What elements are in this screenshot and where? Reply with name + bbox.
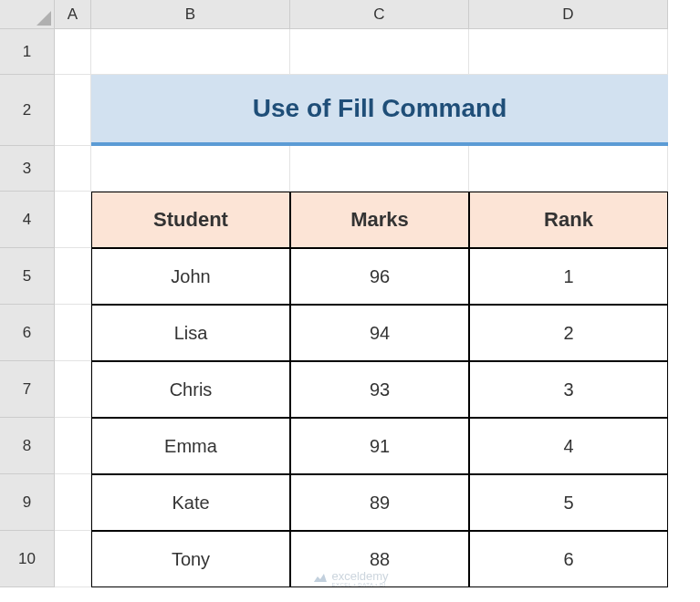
row-header-9[interactable]: 9 xyxy=(0,474,55,531)
col-header-A[interactable]: A xyxy=(55,0,91,29)
svg-marker-0 xyxy=(37,11,51,26)
title-cell[interactable]: Use of Fill Command xyxy=(91,75,668,146)
cell-A9[interactable] xyxy=(55,474,91,531)
cell-A10[interactable] xyxy=(55,531,91,587)
cell-D3[interactable] xyxy=(469,146,668,192)
col-header-B[interactable]: B xyxy=(91,0,290,29)
table-row[interactable]: Kate xyxy=(91,474,290,531)
cell-A6[interactable] xyxy=(55,305,91,361)
table-row[interactable]: 5 xyxy=(469,474,668,531)
cell-C3[interactable] xyxy=(290,146,469,192)
watermark-logo-icon xyxy=(311,569,328,588)
watermark-tagline: EXCEL • DATA • BI xyxy=(331,582,388,587)
table-row[interactable]: 6 xyxy=(469,531,668,587)
cell-A5[interactable] xyxy=(55,248,91,305)
table-row[interactable]: 91 xyxy=(290,418,469,474)
spreadsheet-grid: A B C D 1 2 Use of Fill Command 3 4 Stud… xyxy=(0,0,700,587)
table-header-marks[interactable]: Marks xyxy=(290,192,469,248)
table-row[interactable]: 3 xyxy=(469,361,668,418)
cell-A2[interactable] xyxy=(55,75,91,146)
table-row[interactable]: 4 xyxy=(469,418,668,474)
cell-A4[interactable] xyxy=(55,192,91,248)
table-row[interactable]: 1 xyxy=(469,248,668,305)
cell-A1[interactable] xyxy=(55,29,91,75)
table-header-student[interactable]: Student xyxy=(91,192,290,248)
cell-A3[interactable] xyxy=(55,146,91,192)
row-header-5[interactable]: 5 xyxy=(0,248,55,305)
table-row[interactable]: 94 xyxy=(290,305,469,361)
table-row[interactable]: Tony xyxy=(91,531,290,587)
col-header-C[interactable]: C xyxy=(290,0,469,29)
table-row[interactable]: 89 xyxy=(290,474,469,531)
cell-A8[interactable] xyxy=(55,418,91,474)
row-header-7[interactable]: 7 xyxy=(0,361,55,418)
cell-C1[interactable] xyxy=(290,29,469,75)
table-header-rank[interactable]: Rank xyxy=(469,192,668,248)
cell-B3[interactable] xyxy=(91,146,290,192)
select-all-corner[interactable] xyxy=(0,0,55,29)
table-row[interactable]: Lisa xyxy=(91,305,290,361)
watermark-brand: exceldemy xyxy=(331,570,388,582)
table-row[interactable]: Chris xyxy=(91,361,290,418)
select-all-triangle-icon xyxy=(37,11,51,26)
col-header-D[interactable]: D xyxy=(469,0,668,29)
cell-D1[interactable] xyxy=(469,29,668,75)
row-header-2[interactable]: 2 xyxy=(0,75,55,146)
cell-A7[interactable] xyxy=(55,361,91,418)
table-row[interactable]: Emma xyxy=(91,418,290,474)
table-row[interactable]: John xyxy=(91,248,290,305)
table-row[interactable]: 93 xyxy=(290,361,469,418)
row-header-4[interactable]: 4 xyxy=(0,192,55,248)
table-row[interactable]: 96 xyxy=(290,248,469,305)
row-header-8[interactable]: 8 xyxy=(0,418,55,474)
watermark: exceldemy EXCEL • DATA • BI xyxy=(311,569,388,588)
watermark-text: exceldemy EXCEL • DATA • BI xyxy=(331,570,388,587)
row-header-1[interactable]: 1 xyxy=(0,29,55,75)
cell-B1[interactable] xyxy=(91,29,290,75)
row-header-10[interactable]: 10 xyxy=(0,531,55,587)
row-header-3[interactable]: 3 xyxy=(0,146,55,192)
row-header-6[interactable]: 6 xyxy=(0,305,55,361)
table-row[interactable]: 2 xyxy=(469,305,668,361)
